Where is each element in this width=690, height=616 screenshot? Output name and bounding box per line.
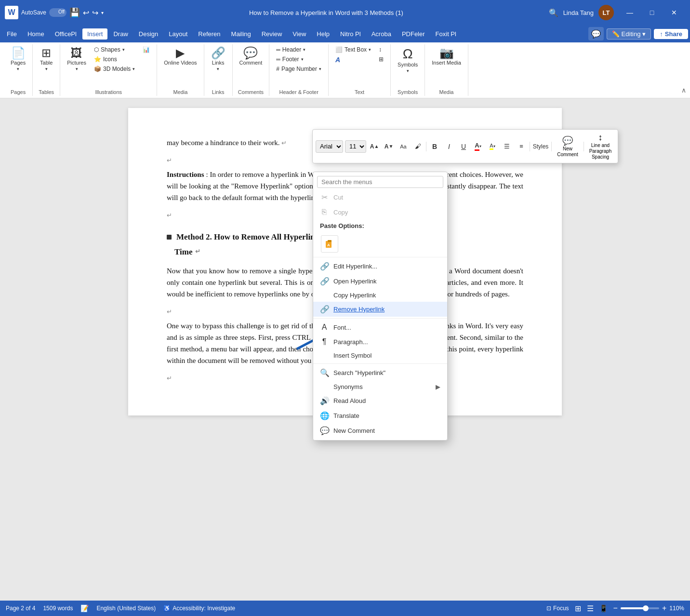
context-menu-search[interactable] bbox=[317, 176, 443, 188]
pages-button[interactable]: 📄 Pages ▾ bbox=[8, 45, 28, 73]
maximize-button[interactable]: □ bbox=[641, 5, 663, 20]
quick-access-dropdown[interactable]: ▾ bbox=[101, 10, 104, 15]
styles-button[interactable]: Styles bbox=[532, 140, 549, 153]
undo-button[interactable]: ↩ bbox=[83, 8, 89, 17]
menu-pdffeler[interactable]: PDFeler bbox=[397, 28, 430, 40]
user-avatar[interactable]: LT bbox=[598, 5, 614, 20]
decrease-font-size-button[interactable]: A▼ bbox=[383, 140, 395, 153]
drop-cap-button[interactable]: ↕ bbox=[376, 45, 386, 54]
language[interactable]: English (United States) bbox=[96, 605, 156, 612]
footer-button[interactable]: ═ Footer ▾ bbox=[273, 55, 324, 64]
signature-button[interactable]: ⊞ bbox=[376, 55, 386, 64]
share-icon: ↑ bbox=[660, 30, 663, 38]
menu-layout[interactable]: Layout bbox=[164, 28, 192, 40]
menu-review[interactable]: Review bbox=[257, 28, 287, 40]
icons-button[interactable]: ⭐ Icons bbox=[91, 55, 138, 64]
bullet-list-button[interactable]: ☰ bbox=[501, 140, 513, 153]
ribbon-expand[interactable]: ∧ bbox=[681, 44, 686, 96]
menu-file[interactable]: File bbox=[2, 28, 22, 40]
comment-button[interactable]: 💬 Comment bbox=[237, 45, 265, 67]
cut-menu-item[interactable]: ✂ Cut bbox=[313, 190, 447, 205]
remove-hyperlink-item[interactable]: 🔗 Remove Hyperlink bbox=[313, 302, 447, 317]
edit-hyperlink-item[interactable]: 🔗 Edit Hyperlink... bbox=[313, 259, 447, 274]
synonyms-item[interactable]: Synonyms ▶ bbox=[313, 380, 447, 393]
italic-button[interactable]: I bbox=[443, 140, 455, 153]
highlight-color-button[interactable]: A ▾ bbox=[486, 140, 499, 153]
text-box-button[interactable]: ⬜ Text Box ▾ bbox=[332, 45, 374, 54]
toolbar-divider-4 bbox=[584, 142, 584, 151]
word-art-button[interactable]: A bbox=[332, 55, 374, 65]
pictures-button[interactable]: 🖼 Pictures ▾ bbox=[64, 45, 89, 73]
menu-view[interactable]: View bbox=[288, 28, 311, 40]
table-button[interactable]: ⊞ Table ▾ bbox=[37, 45, 56, 73]
highlight-format-button[interactable]: 🖌 bbox=[411, 140, 424, 153]
menu-acrobat[interactable]: Acroba bbox=[367, 28, 396, 40]
line-paragraph-spacing-button[interactable]: ↕ Line and Paragraph Spacing bbox=[586, 132, 615, 161]
page-number-button[interactable]: # Page Number ▾ bbox=[273, 65, 324, 73]
new-comment-item[interactable]: 💬 New Comment bbox=[313, 423, 447, 438]
font-format-aa-button[interactable]: Aa bbox=[397, 140, 410, 153]
header-button[interactable]: ═ Header ▾ bbox=[273, 45, 324, 54]
zoom-in-button[interactable]: + bbox=[662, 604, 666, 613]
chart-button[interactable]: 📊 bbox=[140, 45, 153, 54]
close-button[interactable]: ✕ bbox=[663, 5, 685, 20]
links-button[interactable]: 🔗 Links ▾ bbox=[208, 45, 228, 73]
increase-font-size-button[interactable]: A▲ bbox=[368, 140, 381, 153]
comments-button[interactable]: 💬 bbox=[588, 27, 604, 40]
menu-insert[interactable]: Insert bbox=[82, 28, 108, 40]
copy-hyperlink-item[interactable]: Copy Hyperlink bbox=[313, 289, 447, 302]
read-aloud-item[interactable]: 🔊 Read Aloud bbox=[313, 393, 447, 408]
insert-symbol-item[interactable]: Insert Symbol bbox=[313, 349, 447, 362]
font-color-button[interactable]: A ▾ bbox=[472, 140, 484, 153]
symbols-button[interactable]: Ω Symbols ▾ bbox=[395, 45, 421, 75]
font-family-select[interactable]: Arial bbox=[316, 140, 343, 153]
minimize-button[interactable]: — bbox=[619, 5, 641, 20]
menu-foxit[interactable]: Foxit Pl bbox=[431, 28, 461, 40]
translate-icon: 🌐 bbox=[320, 411, 329, 420]
underline-button[interactable]: U bbox=[457, 140, 470, 153]
focus-button[interactable]: ⊡ Focus bbox=[546, 605, 569, 612]
redo-button[interactable]: ↪ bbox=[92, 8, 98, 17]
menu-home[interactable]: Home bbox=[23, 28, 49, 40]
numbering-list-button[interactable]: ≡ bbox=[515, 140, 528, 153]
font-item[interactable]: A Font... bbox=[313, 320, 447, 335]
menu-draw[interactable]: Draw bbox=[108, 28, 133, 40]
3dmodels-button[interactable]: 📦 3D Models ▾ bbox=[91, 65, 138, 73]
font-size-select[interactable]: 11 bbox=[345, 140, 366, 153]
paragraph-item[interactable]: ¶ Paragraph... bbox=[313, 335, 447, 349]
insert-media-button[interactable]: 📷 Insert Media bbox=[429, 45, 464, 67]
spell-check-icon[interactable]: 📝 bbox=[80, 604, 89, 612]
view-mobile-icon[interactable]: 📱 bbox=[599, 604, 608, 612]
online-videos-button[interactable]: ▶ Online Videos bbox=[161, 45, 199, 67]
accessibility-icon: ♿ bbox=[163, 605, 171, 612]
menu-mailing[interactable]: Mailing bbox=[226, 28, 256, 40]
copy-menu-item[interactable]: ⎘ Copy bbox=[313, 205, 447, 219]
open-hyperlink-item[interactable]: 🔗 Open Hyperlink bbox=[313, 274, 447, 289]
view-layout-icon[interactable]: ⊞ bbox=[575, 604, 581, 613]
translate-item[interactable]: 🌐 Translate bbox=[313, 408, 447, 423]
search-hyperlink-item[interactable]: 🔍 Search "Hyperlink" bbox=[313, 365, 447, 380]
editing-mode-button[interactable]: ✏️ Editing ▾ bbox=[607, 28, 651, 40]
menu-referen[interactable]: Referen bbox=[193, 28, 225, 40]
menu-design[interactable]: Design bbox=[134, 28, 163, 40]
copy-label: Copy bbox=[333, 209, 348, 216]
zoom-slider[interactable] bbox=[621, 607, 659, 609]
save-button[interactable]: 💾 bbox=[69, 7, 80, 18]
menu-nitro[interactable]: Nitro Pl bbox=[335, 28, 366, 40]
accessibility[interactable]: ♿ Accessibility: Investigate bbox=[163, 605, 235, 612]
shapes-button[interactable]: ⬡ Shapes ▾ bbox=[91, 45, 138, 54]
cut-icon: ✂ bbox=[320, 193, 329, 202]
autosave-toggle[interactable] bbox=[49, 8, 66, 17]
menu-officepl[interactable]: OfficePl bbox=[50, 28, 81, 40]
menu-help[interactable]: Help bbox=[312, 28, 334, 40]
share-button[interactable]: ↑ Share bbox=[654, 29, 688, 39]
ribbon-expand-icon[interactable]: ∧ bbox=[681, 86, 686, 94]
zoom-out-button[interactable]: − bbox=[613, 604, 618, 613]
ribbon-group-links: 🔗 Links ▾ Links bbox=[204, 44, 233, 96]
search-icon[interactable]: 🔍 bbox=[549, 8, 558, 17]
ribbon-group-insert-media: 📷 Insert Media Media bbox=[425, 44, 468, 96]
bold-button[interactable]: B bbox=[428, 140, 441, 153]
new-comment-toolbar-button[interactable]: 💬 New Comment bbox=[554, 134, 582, 159]
view-mode-icon[interactable]: ☰ bbox=[587, 604, 594, 613]
paste-keep-source-button[interactable]: A bbox=[321, 235, 338, 253]
